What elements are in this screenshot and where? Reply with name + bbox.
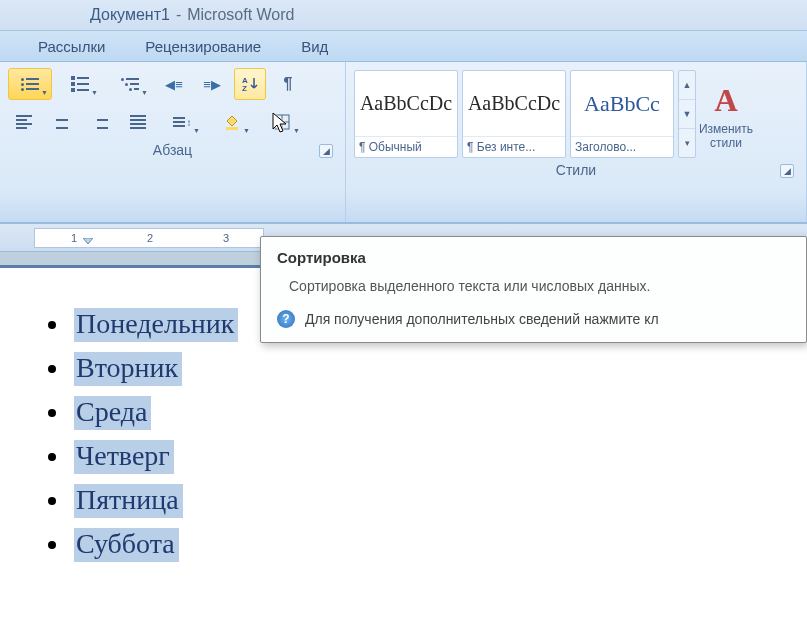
style-sample: AaBbCcDc — [463, 71, 565, 136]
align-center-button[interactable] — [46, 106, 78, 138]
change-styles-label: Изменить стили — [699, 123, 753, 149]
bullet-icon — [48, 453, 56, 461]
tooltip-help-text: Для получения дополнительных сведений на… — [305, 311, 659, 327]
line-spacing-icon — [173, 117, 185, 127]
style-normal[interactable]: AaBbCcDc ¶ Обычный — [354, 70, 458, 158]
decrease-indent-button[interactable]: ◀≡ — [158, 68, 190, 100]
styles-scroll-down[interactable]: ▼ — [679, 100, 695, 129]
style-no-spacing[interactable]: AaBbCcDc ¶ Без инте... — [462, 70, 566, 158]
help-icon: ? — [277, 310, 295, 328]
list-item[interactable]: Суббота — [48, 528, 787, 562]
shading-button[interactable]: ▼ — [210, 106, 254, 138]
list-item[interactable]: Четверг — [48, 440, 787, 474]
group-styles: AaBbCcDc ¶ Обычный AaBbCcDc ¶ Без инте..… — [346, 62, 807, 222]
tooltip-help-row: ? Для получения дополнительных сведений … — [277, 310, 790, 328]
style-sample: AaBbCcDc — [355, 71, 457, 136]
change-styles-button[interactable]: A Изменить стили — [700, 70, 752, 158]
bullets-button[interactable]: ▼ — [8, 68, 52, 100]
indent-marker-icon[interactable] — [83, 238, 93, 247]
svg-text:Z: Z — [242, 84, 247, 93]
justify-icon — [130, 115, 146, 129]
dropdown-icon: ▼ — [193, 127, 200, 134]
multilevel-icon — [121, 78, 139, 91]
align-right-icon — [92, 115, 108, 129]
show-marks-button[interactable]: ¶ — [272, 68, 304, 100]
styles-gallery-nav: ▲ ▼ ▾ — [678, 70, 696, 158]
style-heading[interactable]: AaBbCc Заголово... — [570, 70, 674, 158]
bulleted-list: Понедельник Вторник Среда Четверг Пятниц… — [48, 308, 787, 562]
paragraph-dialog-launcher[interactable]: ◢ — [319, 144, 333, 158]
ruler-mark: 1 — [71, 232, 77, 244]
svg-rect-2 — [226, 127, 238, 130]
horizontal-ruler[interactable]: 1 2 3 — [34, 228, 264, 248]
style-name: Заголово... — [571, 136, 673, 157]
list-item-text: Суббота — [74, 528, 179, 562]
list-item-text: Вторник — [74, 352, 182, 386]
numbering-button[interactable]: ▼ — [58, 68, 102, 100]
align-left-button[interactable] — [8, 106, 40, 138]
style-name: ¶ Обычный — [355, 136, 457, 157]
multilevel-list-button[interactable]: ▼ — [108, 68, 152, 100]
dropdown-icon: ▼ — [293, 127, 300, 134]
group-label-paragraph: Абзац ◢ — [8, 138, 337, 164]
group-paragraph: ▼ ▼ ▼ ◀≡ ≡▶ AZ — [0, 62, 346, 222]
title-separator: - — [176, 6, 181, 24]
list-item-text: Понедельник — [74, 308, 238, 342]
ribbon-tabs: Рассылки Рецензирование Вид — [0, 30, 807, 62]
ruler-mark: 2 — [147, 232, 153, 244]
document-name: Документ1 — [90, 6, 170, 24]
styles-dialog-launcher[interactable]: ◢ — [780, 164, 794, 178]
align-right-button[interactable] — [84, 106, 116, 138]
tab-mailings[interactable]: Рассылки — [38, 38, 105, 55]
decrease-indent-icon: ◀≡ — [165, 77, 183, 92]
bullet-icon — [48, 409, 56, 417]
tab-review[interactable]: Рецензирование — [145, 38, 261, 55]
bullets-icon — [21, 78, 39, 91]
list-item-text: Среда — [74, 396, 151, 430]
borders-icon — [273, 113, 291, 131]
dropdown-icon: ▼ — [141, 89, 148, 96]
change-styles-icon: A — [714, 82, 737, 119]
sort-icon: AZ — [241, 75, 259, 93]
styles-expand[interactable]: ▾ — [679, 129, 695, 157]
bullet-icon — [48, 365, 56, 373]
list-item[interactable]: Вторник — [48, 352, 787, 386]
list-item-text: Четверг — [74, 440, 174, 474]
tooltip-body: Сортировка выделенного текста или числов… — [289, 278, 790, 294]
sort-button[interactable]: AZ — [234, 68, 266, 100]
line-spacing-button[interactable]: ↕ ▼ — [160, 106, 204, 138]
tab-view[interactable]: Вид — [301, 38, 328, 55]
bullet-icon — [48, 497, 56, 505]
title-bar: Документ1 - Microsoft Word — [0, 0, 807, 30]
list-item[interactable]: Пятница — [48, 484, 787, 518]
style-name: ¶ Без инте... — [463, 136, 565, 157]
app-name: Microsoft Word — [187, 6, 294, 24]
bucket-icon — [223, 113, 241, 131]
list-item-text: Пятница — [74, 484, 183, 518]
tooltip-sort: Сортировка Сортировка выделенного текста… — [260, 236, 807, 343]
increase-indent-icon: ≡▶ — [203, 77, 221, 92]
style-sample: AaBbCc — [571, 71, 673, 136]
borders-button[interactable]: ▼ — [260, 106, 304, 138]
dropdown-icon: ▼ — [91, 89, 98, 96]
styles-scroll-up[interactable]: ▲ — [679, 71, 695, 100]
justify-button[interactable] — [122, 106, 154, 138]
list-item[interactable]: Среда — [48, 396, 787, 430]
bullet-icon — [48, 541, 56, 549]
align-center-icon — [54, 115, 70, 129]
numbering-icon — [71, 76, 89, 92]
ruler-mark: 3 — [223, 232, 229, 244]
tooltip-title: Сортировка — [277, 249, 790, 266]
group-label-styles: Стили ◢ — [354, 158, 798, 184]
pilcrow-icon: ¶ — [284, 75, 293, 93]
dropdown-icon: ▼ — [243, 127, 250, 134]
increase-indent-button[interactable]: ≡▶ — [196, 68, 228, 100]
bullet-icon — [48, 321, 56, 329]
align-left-icon — [16, 115, 32, 129]
ribbon: ▼ ▼ ▼ ◀≡ ≡▶ AZ — [0, 62, 807, 224]
dropdown-icon: ▼ — [41, 89, 48, 96]
